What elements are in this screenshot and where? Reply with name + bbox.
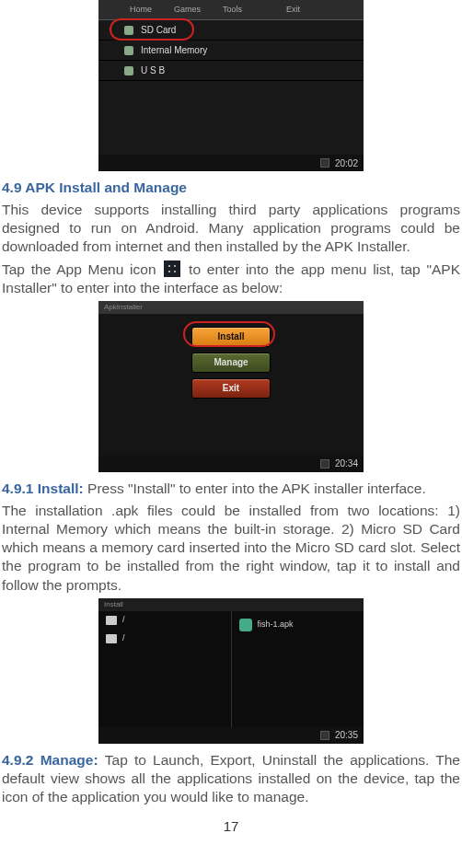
screenshot-install-browser: Install / / fish-1.apk 20:35 — [98, 598, 364, 744]
highlight-oval — [183, 321, 275, 347]
storage-icon — [124, 46, 133, 55]
paragraph: The installation .apk files could be ins… — [2, 502, 460, 595]
text-run: Press "Install" to enter into the APK in… — [87, 480, 426, 496]
folder-icon — [106, 634, 117, 643]
list-item: Internal Memory — [98, 41, 364, 61]
file-label: fish-1.apk — [258, 619, 294, 631]
path-label: / — [122, 633, 125, 644]
clock: 20:02 — [335, 157, 358, 169]
menu-item: Home — [130, 5, 152, 16]
list-item: U S B — [98, 61, 364, 81]
list-item: / — [98, 611, 231, 630]
page-number: 17 — [2, 817, 460, 836]
nav-icon — [320, 731, 329, 740]
path-panel: / / — [98, 611, 232, 727]
paragraph: 4.9.1 Install: Press "Install" to enter … — [2, 480, 460, 498]
screenshot-apk-installer: ApkInstaller Install Manage Exit 20:34 — [98, 301, 364, 472]
heading-4-9-2: 4.9.2 Manage: — [2, 752, 105, 768]
path-label: / — [122, 615, 125, 626]
file-panel: fish-1.apk — [232, 611, 364, 727]
menu-item: Exit — [286, 5, 300, 16]
clock: 20:35 — [335, 729, 358, 741]
menu-item: Games — [174, 5, 201, 16]
apk-icon — [239, 619, 252, 631]
text-run: Tap the App Menu icon — [2, 261, 162, 277]
folder-icon — [106, 616, 117, 625]
nav-icon — [320, 158, 329, 168]
screenshot-storage-list: Home Games Tools Exit SD Card Internal M… — [98, 0, 364, 171]
list-item-label: Internal Memory — [141, 44, 207, 56]
list-item: fish-1.apk — [232, 611, 364, 639]
nav-icon — [320, 459, 329, 469]
app-menu-icon — [164, 260, 180, 277]
paragraph: This device supports installing third pa… — [2, 201, 460, 256]
usb-icon — [124, 66, 133, 75]
list-item: / — [98, 630, 231, 648]
highlight-oval — [110, 18, 194, 41]
window-title: Install — [98, 598, 364, 611]
clock: 20:34 — [335, 457, 358, 469]
status-bar: 20:34 — [98, 456, 364, 472]
list-item-label: U S B — [141, 64, 165, 76]
window-title: ApkInstaller — [98, 301, 364, 314]
menubar: Home Games Tools Exit — [98, 0, 364, 20]
paragraph: 4.9.2 Manage: Tap to Launch, Export, Uni… — [2, 751, 460, 806]
exit-button: Exit — [191, 378, 271, 399]
status-bar: 20:02 — [98, 155, 364, 171]
menu-item: Tools — [223, 5, 242, 16]
paragraph: Tap the App Menu icon to enter into the … — [2, 260, 460, 297]
manage-button: Manage — [191, 353, 271, 373]
heading-4-9-1: 4.9.1 Install: — [2, 480, 87, 496]
heading-4-9: 4.9 APK Install and Manage — [2, 179, 187, 195]
status-bar: 20:35 — [98, 727, 364, 744]
